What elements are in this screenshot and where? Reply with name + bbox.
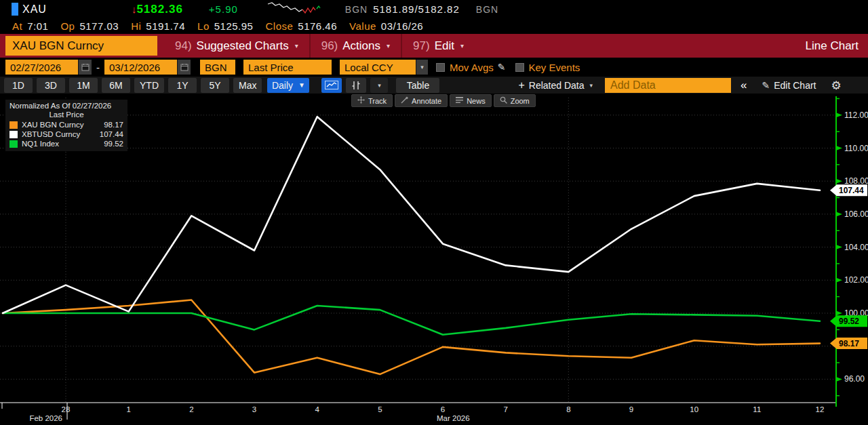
date-from-field[interactable]: 02/27/2026 xyxy=(5,60,78,75)
ticker-symbol: XAU xyxy=(22,3,47,16)
stat-value: 03/16/26 xyxy=(381,20,423,32)
pricing-source-left: BGN xyxy=(345,4,368,15)
edit-chart-button[interactable]: ✎ Edit Chart xyxy=(757,78,822,93)
stat-label: Hi xyxy=(131,20,141,32)
axis-price-tag-label: 99.52 xyxy=(839,317,859,326)
price-field-select[interactable]: Last Price xyxy=(243,60,332,75)
y-tick-label: 102.00 xyxy=(844,275,868,285)
date-to-field[interactable]: 03/12/2026 xyxy=(104,60,177,75)
series-line-xau-bgn-curncy xyxy=(3,300,820,375)
mov-avgs-label[interactable]: Mov Avgs xyxy=(450,62,494,73)
add-data-input[interactable] xyxy=(605,78,731,93)
legend-swatch-icon xyxy=(9,121,18,129)
x-tick-label: 4 xyxy=(315,405,319,413)
x-tick-label: 1 xyxy=(126,405,130,413)
chart-toolbar: 1D3D1M6MYTD1Y5YMax Daily ▼ ▾ Table + Rel… xyxy=(0,77,868,94)
calendar-icon[interactable] xyxy=(177,60,191,75)
stat-label: Close xyxy=(265,20,293,32)
y-tick-label: 106.00 xyxy=(844,209,868,219)
chart-tool-annotate[interactable]: Annotate xyxy=(395,94,448,107)
menu-item-edit[interactable]: 97)Edit▾ xyxy=(401,34,475,58)
legend-series-value: 98.17 xyxy=(104,121,123,129)
candle-chart-type-button[interactable] xyxy=(346,78,366,93)
stat-value: Value03/16/26 xyxy=(349,20,423,32)
axis-price-tag-label: 107.44 xyxy=(839,186,864,195)
x-tick-label: 2 xyxy=(189,405,193,413)
line-chart-type-button[interactable] xyxy=(321,78,342,93)
y-tick-label: 96.00 xyxy=(844,374,865,384)
related-data-button[interactable]: + Related Data ▾ xyxy=(513,78,598,93)
currency-dropdown-caret-icon[interactable]: ▾ xyxy=(416,60,428,75)
x-tick-label: 28 xyxy=(62,405,71,413)
stats-bar: At7:01Op5177.03Hi5191.74Lo5125.95Close51… xyxy=(0,18,868,34)
legend-item[interactable]: XBTUSD Curncy107.44 xyxy=(9,130,123,138)
mov-avgs-pencil-icon[interactable]: ✎ xyxy=(498,62,506,73)
settings-gear-icon[interactable]: ⚙ xyxy=(826,78,847,93)
x-tick-label: 11 xyxy=(753,405,761,413)
frequency-label: Daily xyxy=(272,80,293,91)
y-major-tick-icon xyxy=(836,377,842,382)
collapse-panel-button[interactable]: « xyxy=(735,78,752,93)
menu-caret-icon: ▾ xyxy=(387,42,390,49)
currency-select[interactable]: Local CCY xyxy=(340,60,416,75)
stat-close: Close5176.46 xyxy=(265,20,337,32)
security-button[interactable]: XAU BGN Curncy xyxy=(5,36,157,56)
plus-icon: + xyxy=(518,79,524,92)
legend-series-value: 107.44 xyxy=(100,130,123,138)
period-button-5y[interactable]: 5Y xyxy=(201,78,229,93)
legend-series-value: 99.52 xyxy=(104,140,123,148)
mov-avgs-checkbox[interactable] xyxy=(436,63,445,72)
x-tick-label: 3 xyxy=(252,405,256,413)
menu-bar: XAU BGN Curncy 94)Suggested Charts▾96)Ac… xyxy=(0,34,868,58)
stat-value: 7:01 xyxy=(27,20,48,32)
stat-label: At xyxy=(12,20,22,32)
frequency-select[interactable]: Daily ▼ xyxy=(267,78,309,93)
x-tick-label: 5 xyxy=(378,405,382,413)
y-tick-label: 104.00 xyxy=(844,243,868,252)
chart-tool-zoom[interactable]: Zoom xyxy=(494,94,536,107)
y-major-tick-icon xyxy=(836,113,842,117)
key-events-checkbox[interactable] xyxy=(515,63,524,72)
menu-item-label: Actions xyxy=(342,39,380,53)
line-chart-icon xyxy=(327,83,336,87)
stat-hi: Hi5191.74 xyxy=(131,20,185,32)
axis-price-tag-label: 98.17 xyxy=(839,339,859,348)
legend-title: Normalized As Of 02/27/2026 xyxy=(9,102,123,110)
sparkline-icon xyxy=(267,1,329,18)
x-tick-label: 6 xyxy=(441,405,445,413)
stat-value: 5191.74 xyxy=(146,20,185,32)
menu-item-label: Suggested Charts xyxy=(197,39,289,53)
x-tick-label: 7 xyxy=(503,405,507,413)
x-tick-label: 8 xyxy=(566,405,570,413)
period-button-ytd[interactable]: YTD xyxy=(134,78,164,93)
y-tick-label: 110.00 xyxy=(844,144,868,153)
table-button[interactable]: Table xyxy=(396,78,439,93)
related-data-label: Related Data xyxy=(529,80,585,91)
menu-item-number: 96) xyxy=(321,39,338,53)
bloomberg-terminal-window: XAU ↓ 5182.36 +5.90 BGN 5181.89/5182.82 … xyxy=(0,0,868,425)
stat-op: Op5177.03 xyxy=(60,20,119,32)
stat-lo: Lo5125.95 xyxy=(197,20,253,32)
stat-value: 5176.46 xyxy=(298,20,337,32)
menu-item-actions[interactable]: 96)Actions▾ xyxy=(309,34,401,58)
calendar-icon[interactable] xyxy=(78,60,92,75)
chart-type-dropdown-caret-icon[interactable]: ▾ xyxy=(370,78,388,93)
chart-tool-news[interactable]: News xyxy=(450,94,492,107)
edit-chart-label: Edit Chart xyxy=(774,80,816,91)
period-button-6m[interactable]: 6M xyxy=(102,78,130,93)
y-major-tick-icon xyxy=(836,245,842,249)
pricing-source-select[interactable]: BGN xyxy=(200,60,235,75)
key-events-label[interactable]: Key Events xyxy=(529,62,580,73)
chart-plot[interactable]: 28123456789101112Feb 2026Mar 202696.0010… xyxy=(0,94,868,425)
period-button-1d[interactable]: 1D xyxy=(4,78,33,93)
legend-item[interactable]: NQ1 Index99.52 xyxy=(9,140,123,148)
period-button-max[interactable]: Max xyxy=(233,78,262,93)
stat-label: Value xyxy=(349,20,376,32)
chart-tool-track[interactable]: Track xyxy=(351,94,393,107)
period-button-1m[interactable]: 1M xyxy=(69,78,98,93)
y-major-tick-icon xyxy=(836,278,842,283)
menu-item-suggested-charts[interactable]: 94)Suggested Charts▾ xyxy=(164,34,309,58)
period-button-1y[interactable]: 1Y xyxy=(168,78,197,93)
period-button-3d[interactable]: 3D xyxy=(37,78,65,93)
legend-item[interactable]: XAU BGN Curncy98.17 xyxy=(9,121,123,129)
